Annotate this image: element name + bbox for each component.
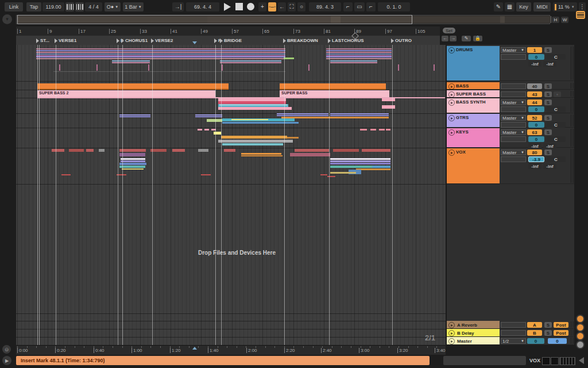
pan-c-field[interactable]: C [546,122,566,128]
time-signature-field[interactable]: 4 / 4 [85,2,102,12]
locator-flag[interactable]: CHORUS1 [121,37,148,44]
volume-field[interactable]: 80 [527,150,542,155]
tempo-field[interactable]: 119.00 [42,2,64,12]
clip[interactable] [53,71,285,72]
pan-field[interactable]: 0 [528,54,544,60]
clip[interactable] [119,153,145,156]
clip[interactable] [372,166,390,168]
set-locator-button[interactable]: Set [443,28,455,33]
pan-field[interactable]: 0 [528,122,544,128]
output-routing-select[interactable]: Master▼ [501,150,526,155]
clip[interactable] [86,149,94,152]
solo-button[interactable]: S [544,115,552,121]
track-name-cell[interactable]: B Delay [447,329,500,336]
clip[interactable] [59,64,60,71]
clip[interactable] [333,149,359,152]
send-b-field[interactable]: -inf [543,61,556,67]
clip[interactable] [195,114,222,116]
clip[interactable] [326,56,392,57]
pan-c-field[interactable]: C [546,106,566,112]
solo-button[interactable]: S [544,91,552,97]
clip[interactable] [281,117,389,118]
clip[interactable] [148,64,149,71]
clip[interactable] [121,160,145,162]
locator-flag[interactable]: ST... [36,37,49,44]
clip[interactable] [287,137,299,139]
link-button[interactable]: Link [5,2,23,12]
clip[interactable] [326,52,392,53]
clip[interactable] [330,158,390,160]
loop-switch-icon[interactable]: ▭ [354,2,365,12]
stop-button[interactable] [235,3,243,10]
pan-field[interactable]: -3.9 [528,156,544,162]
locator-flag[interactable]: BREAKDOWN [283,37,318,44]
clip[interactable] [218,140,293,143]
output-routing-empty[interactable] [501,91,526,97]
send-letter-field[interactable]: B [527,330,542,336]
clip[interactable] [218,107,292,110]
send-a-field[interactable]: -inf [528,61,541,67]
clip[interactable] [280,83,386,89]
output-routing-select[interactable]: Master▼ [501,47,526,53]
return-a-badge[interactable] [576,315,585,323]
draw-automation-button[interactable]: ✎ [462,36,471,41]
prev-locator-button[interactable]: ← [442,36,448,41]
solo-button[interactable]: S [544,150,552,155]
clip[interactable] [119,163,146,165]
volume-field[interactable]: 1 [527,47,542,53]
play-button[interactable] [224,3,231,11]
clip[interactable] [195,116,222,117]
track-activator-icon[interactable] [448,115,455,121]
clip[interactable] [434,64,435,71]
clip[interactable] [36,53,285,55]
solo-button[interactable]: S [544,330,552,336]
pan-c-field[interactable]: C [546,54,566,60]
play-from-status-icon[interactable]: ▶ [2,356,11,365]
solo-button[interactable]: S [544,322,552,328]
track-name-cell[interactable]: SUPER BASS [447,90,500,98]
track-name-cell[interactable]: DRUMS [447,46,500,81]
computer-midi-keyboard-icon[interactable]: ▦ [505,2,514,12]
session-record-icon[interactable]: ○ [297,2,305,12]
loop-start-field[interactable]: 89. 4. 3 [309,2,341,12]
clip[interactable] [382,105,395,109]
clip[interactable] [36,52,285,53]
clip[interactable] [222,122,299,124]
track-activator-icon[interactable] [448,322,455,328]
track-name-cell[interactable]: A Reverb [447,321,500,328]
clip[interactable] [219,105,287,105]
output-routing-select[interactable]: Master▼ [501,99,526,105]
key-map-button[interactable]: Key [516,2,531,12]
collapse-status-icon[interactable] [579,357,584,364]
capture-midi-icon[interactable]: ⛶ [288,2,296,12]
clip[interactable] [231,119,268,120]
pre-post-toggle[interactable]: Post [554,322,568,328]
clip[interactable] [398,64,399,71]
midi-map-button[interactable]: MIDI [533,2,551,12]
clip[interactable] [119,114,150,116]
overview-viewport[interactable] [17,15,412,24]
fit-height-button[interactable]: H [552,17,559,23]
draw-mode-icon[interactable]: ✎ [494,2,503,12]
solo-button[interactable]: S [544,99,552,105]
pan-field[interactable]: 0 [527,338,544,344]
arrangement-position-field[interactable]: 69. 4. 4 [186,2,219,12]
pan-field[interactable]: 0 [528,106,544,112]
tap-tempo-button[interactable]: Tap [26,2,41,12]
volume-field[interactable]: 63 [527,129,542,135]
output-routing-select[interactable]: Master▼ [501,129,526,135]
clip[interactable] [37,83,229,89]
clip[interactable] [382,98,395,101]
pre-post-toggle[interactable]: Post [554,330,568,336]
clip[interactable] [36,56,285,57]
input-routing-empty[interactable] [501,156,526,162]
send-letter-field[interactable]: A [527,322,542,328]
clip[interactable] [356,168,390,170]
clip[interactable] [330,113,389,114]
volume-field[interactable]: 43 [527,91,542,97]
punch-out-icon[interactable]: ⌐ [366,2,376,12]
track-name-cell[interactable]: VOX [447,148,500,184]
volume-field[interactable]: 40 [527,83,542,89]
clip[interactable] [122,168,144,170]
clip[interactable] [222,143,283,145]
